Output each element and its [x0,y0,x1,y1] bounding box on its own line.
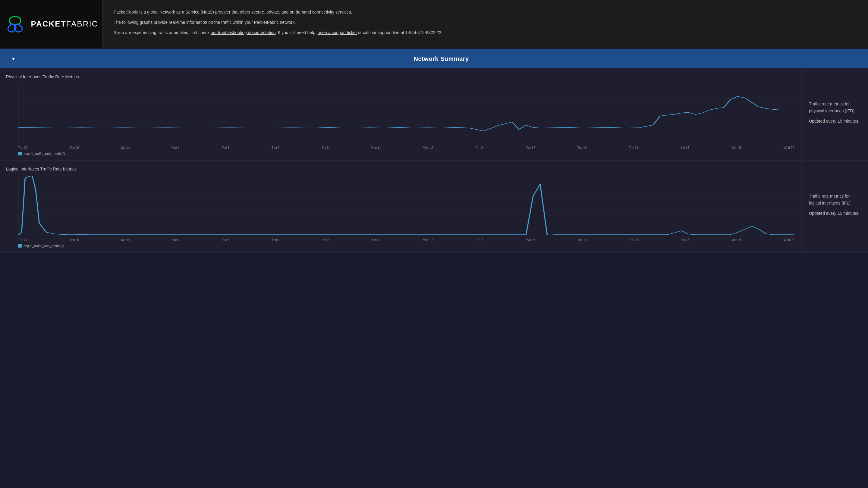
x-label-thu21: Thu 21 [629,146,638,150]
x-label-thu7: Thu 7 [272,146,279,150]
network-summary-title: Network Summary [24,56,859,62]
top-section: PACKETFABRIC PacketFabric is a global Ne… [0,0,868,48]
chart-area-physical [18,83,794,143]
info-line2: The following graphs provide real-time i… [114,19,857,26]
x-label-mar3: Mar 3 [172,146,180,150]
x-label-l-march: March [121,238,130,241]
x-label-mon11: Mon 11 [371,146,381,150]
x-label-l-thu21: Thu 21 [629,238,638,241]
chart-svg-logical [18,175,794,235]
x-label-l-thu7: Thu 7 [272,238,279,241]
logo-text-content: PACKETFABRIC [31,19,98,28]
x-label-march: March [121,146,130,150]
legend-label-logical: avg:ifl_traffic_rate_metric(*) [24,244,64,248]
x-label-wed13: Wed 13 [423,146,433,150]
info-line3: If you are experiencing traffic anomalie… [114,29,857,36]
chart-row-logical: Logical Interfaces Traffic Rate Metrics … [0,161,868,253]
logo-text: PACKETFABRIC [31,19,98,29]
x-label-tue5: Tue 5 [222,146,229,150]
packetfabric-link[interactable]: PacketFabric [114,10,138,14]
x-label-tue27: Tue 27 [18,146,27,150]
x-label-l-sat23: Sat 23 [681,238,689,241]
chevron-down-icon: ▾ [12,56,15,62]
x-label-l-thu29: Thu 29 [70,238,79,241]
packetfabric-logo-icon [4,13,26,35]
x-label-l-wed27: Wed 27 [784,238,794,241]
chart-legend-logical: avg:ifl_traffic_rate_metric(*) [18,244,794,248]
x-axis-labels-logical: Tue 27 Thu 29 March Mar 3 Tue 5 Thu 7 Sa… [18,238,794,241]
info-line3-prefix: If you are experiencing traffic anomalie… [114,30,211,35]
logo-panel: PACKETFABRIC [0,0,102,48]
info-line1: PacketFabric is a global Network as a Se… [114,9,857,16]
x-label-l-tue27: Tue 27 [18,238,27,241]
x-label-fri15: Fri 15 [476,146,484,150]
x-label-l-mon11: Mon 11 [371,238,381,241]
legend-color-logical [18,244,22,248]
chart-sidebar-text2-physical: Updated every 15 minutes. [809,118,861,124]
support-ticket-link[interactable]: open a support ticket [318,30,357,35]
info-line1-text: is a global Network as a Service (NaaS) … [140,10,352,14]
collapse-button[interactable]: ▾ [9,55,18,63]
info-line3-suffix: or call our support line at 1-844-475-83… [357,30,442,35]
network-summary-bar: ▾ Network Summary [0,49,868,68]
x-label-l-mon25: Mon 25 [732,238,741,241]
x-label-tue19: Tue 19 [578,146,587,150]
chart-title-logical: Logical Interfaces Traffic Rate Metrics [6,167,794,171]
x-label-l-tue5: Tue 5 [222,238,229,241]
logo-container: PACKETFABRIC [4,13,98,35]
chart-sidebar-text1-physical: Traffic rate metrics for physical interf… [809,101,861,114]
x-label-thu29: Thu 29 [70,146,79,150]
x-axis-labels-physical: Tue 27 Thu 29 March Mar 3 Tue 5 Thu 7 Sa… [18,146,794,150]
chart-sidebar-physical: Traffic rate metrics for physical interf… [802,68,868,160]
x-label-l-fri15: Fri 15 [476,238,484,241]
chart-legend-physical: avg:ifd_traffic_rate_metric(*) [18,152,794,156]
chart-area-logical [18,175,794,235]
chart-sidebar-text2-logical: Updated every 15 minutes. [809,210,861,217]
chart-svg-physical [18,83,794,143]
x-label-l-mar3: Mar 3 [172,238,180,241]
x-label-l-tue19: Tue 19 [578,238,587,241]
x-label-wed27-2: Wed 27 [784,146,794,150]
info-line3-mid: . If you still need help, [276,30,317,35]
chart-main-physical: Physical Interfaces Traffic Rate Metrics… [0,68,802,160]
x-label-l-sat9: Sat 9 [321,238,329,241]
x-label-l-wed13: Wed 13 [423,238,433,241]
x-label-mon25: Mon 25 [732,146,741,150]
chart-sidebar-text1-logical: Traffic rate metrics for logical interfa… [809,193,861,206]
charts-container: Physical Interfaces Traffic Rate Metrics… [0,68,868,253]
chart-title-physical: Physical Interfaces Traffic Rate Metrics [6,74,794,79]
chart-main-logical: Logical Interfaces Traffic Rate Metrics … [0,161,802,253]
x-label-l-mar17: Mar 17 [526,238,535,241]
chart-row-physical: Physical Interfaces Traffic Rate Metrics… [0,68,868,161]
chart-sidebar-logical: Traffic rate metrics for logical interfa… [802,161,868,253]
info-panel: PacketFabric is a global Network as a Se… [102,0,868,48]
troubleshooting-link[interactable]: our troubleshooting documentation [211,30,276,35]
x-label-mar17: Mar 17 [526,146,535,150]
legend-label-physical: avg:ifd_traffic_rate_metric(*) [24,152,65,156]
x-label-sat9: Sat 9 [321,146,329,150]
x-label-sat23: Sat 23 [681,146,689,150]
legend-color-physical [18,152,22,156]
